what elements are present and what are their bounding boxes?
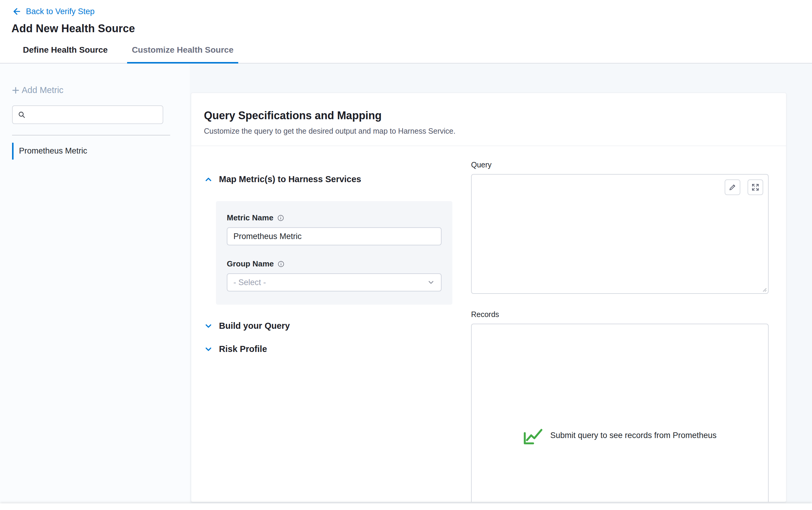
card-subtitle: Customize the query to get the desired o… — [204, 127, 769, 136]
section-title-map-metrics: Map Metric(s) to Harness Services — [219, 174, 361, 184]
query-actions — [725, 179, 763, 195]
chevron-down-icon — [204, 345, 213, 354]
chevron-down-icon — [204, 322, 213, 331]
search-icon — [18, 111, 26, 119]
card-header: Query Specifications and Mapping Customi… — [191, 93, 786, 136]
line-chart-icon — [523, 426, 544, 445]
card-title: Query Specifications and Mapping — [204, 109, 769, 122]
metric-mapping-panel: Metric Name Group Name — [216, 201, 453, 305]
group-name-label-row: Group Name — [227, 259, 441, 269]
add-metric-button[interactable]: Add Metric — [11, 85, 63, 95]
page-header: Back to Verify Step Add New Health Sourc… — [0, 0, 812, 63]
mapping-column: Map Metric(s) to Harness Services Metric… — [204, 160, 471, 502]
metric-search-box — [12, 106, 163, 124]
edit-query-button[interactable] — [725, 179, 740, 195]
metrics-sidebar: Add Metric Prometheus Metric — [0, 63, 190, 509]
section-title-risk-profile: Risk Profile — [219, 344, 267, 354]
records-empty-state: Submit query to see records from Prometh… — [523, 426, 717, 445]
group-name-select[interactable]: - Select - — [227, 273, 441, 292]
section-risk-profile[interactable]: Risk Profile — [204, 344, 471, 354]
tab-customize-health-source[interactable]: Customize Health Source — [127, 45, 238, 63]
tab-bar: Define Health Source Customize Health So… — [0, 45, 812, 63]
plus-icon — [11, 86, 20, 94]
tab-define-health-source[interactable]: Define Health Source — [18, 45, 113, 63]
records-panel: Submit query to see records from Prometh… — [471, 324, 768, 502]
footer-bar — [0, 503, 812, 510]
records-empty-text: Submit query to see records from Prometh… — [550, 431, 717, 440]
expand-icon — [751, 183, 759, 191]
info-icon[interactable] — [278, 261, 285, 268]
query-column: Query — [471, 160, 768, 502]
resize-handle[interactable] — [760, 286, 767, 292]
chevron-up-icon — [204, 175, 213, 184]
back-to-verify-step-link[interactable]: Back to Verify Step — [0, 0, 812, 16]
card-body: Map Metric(s) to Harness Services Metric… — [191, 146, 786, 502]
section-title-build-your-query: Build your Query — [219, 321, 290, 331]
metric-name-label: Metric Name — [227, 213, 273, 222]
query-editor[interactable] — [471, 174, 768, 294]
search-input[interactable] — [29, 107, 158, 122]
group-name-select-value: - Select - — [233, 278, 266, 287]
add-metric-label: Add Metric — [22, 85, 63, 95]
expand-query-button[interactable] — [748, 179, 763, 195]
section-build-your-query[interactable]: Build your Query — [204, 321, 471, 331]
page-title: Add New Health Source — [11, 22, 812, 35]
section-map-metrics[interactable]: Map Metric(s) to Harness Services — [204, 174, 471, 184]
group-name-label: Group Name — [227, 259, 274, 269]
metric-name-input[interactable] — [227, 227, 441, 245]
back-arrow-icon — [12, 7, 22, 16]
back-link-label: Back to Verify Step — [26, 7, 94, 16]
metric-name-label-row: Metric Name — [227, 213, 441, 222]
sidebar-divider — [12, 135, 170, 136]
records-label: Records — [471, 310, 768, 319]
info-icon[interactable] — [277, 214, 284, 221]
pencil-icon — [729, 183, 736, 191]
add-health-source-screen: Back to Verify Step Add New Health Sourc… — [0, 0, 812, 510]
content-area: Add Metric Prometheus Metric Query Speci… — [0, 63, 812, 509]
query-specifications-card: Query Specifications and Mapping Customi… — [191, 93, 786, 502]
metric-list-item-prometheus[interactable]: Prometheus Metric — [12, 143, 190, 159]
query-label: Query — [471, 160, 768, 169]
chevron-down-icon — [427, 278, 435, 286]
